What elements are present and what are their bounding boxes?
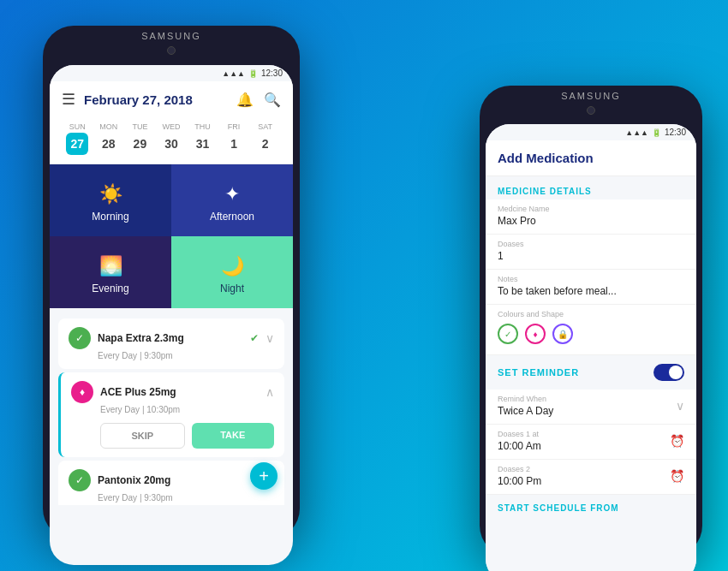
night-label: Night — [220, 283, 244, 294]
calendar-strip: SUN 27 MON 28 TUE 29 WED 30 THU 31 FRI 1 — [50, 117, 293, 164]
cal-day-num-mon: 28 — [98, 133, 120, 155]
notes-label: Notes — [498, 275, 684, 283]
medication-list: ✓ Napa Extra 2.3mg ✔ ∨ Every Day | 9:30p… — [50, 308, 293, 505]
search-icon[interactable]: 🔍 — [264, 92, 281, 108]
remind-when-value: Twice A Day — [498, 405, 676, 417]
notes-field[interactable]: Notes To be taken before meal... — [486, 270, 696, 305]
reminder-toggle[interactable] — [653, 364, 684, 381]
add-fab-button[interactable]: + — [250, 462, 277, 490]
colour-row: ✓ ♦ 🔒 — [498, 320, 684, 348]
signal-icon: ▲▲▲ — [222, 69, 245, 78]
colour-circle-pink[interactable]: ♦ — [525, 324, 546, 344]
phone2-samsung: SAMSUNG — [480, 86, 702, 103]
status-time-2: 12:30 — [665, 128, 686, 137]
start-schedule-label: START SCHEDULE FROM — [486, 495, 696, 518]
sunrise-icon: ☀️ — [99, 183, 122, 205]
doses2-field[interactable]: Doases 2 10:00 Pm ⏰ — [486, 460, 696, 495]
afternoon-label: Afternoon — [210, 211, 254, 223]
status-bar-1: ▲▲▲ 🔋 12:30 — [50, 65, 293, 81]
cal-day-num-fri: 1 — [223, 133, 245, 155]
alarm-icon-2[interactable]: ⏰ — [670, 469, 684, 483]
med-dot-2: ♦ — [71, 381, 93, 403]
cal-day-num-wed: 30 — [160, 133, 182, 155]
skip-button[interactable]: SKIP — [100, 423, 185, 449]
signal-icon-2: ▲▲▲ — [625, 128, 648, 137]
form-header: Add Medication — [486, 140, 696, 176]
colour-circle-purple[interactable]: 🔒 — [552, 324, 573, 344]
tod-morning[interactable]: ☀️ Morning — [50, 164, 171, 236]
remind-when-field[interactable]: Remind When Twice A Day ∨ — [486, 390, 696, 425]
cal-day-mon[interactable]: MON 28 — [98, 122, 120, 155]
phone-2: SAMSUNG ▲▲▲ 🔋 12:30 Add Medication MEDIC… — [480, 86, 702, 556]
med-chevron-1[interactable]: ∨ — [266, 331, 274, 345]
med-chevron-2[interactable]: ∧ — [266, 385, 274, 399]
cal-day-sat[interactable]: SAT 2 — [254, 122, 277, 155]
cal-day-name-thu: THU — [194, 122, 211, 131]
cal-day-num-sun: 27 — [66, 133, 88, 155]
phone-1: SAMSUNG ▲▲▲ 🔋 12:30 ☰ February 27, 2018 … — [43, 26, 300, 539]
sunset-icon: 🌅 — [99, 255, 122, 277]
set-reminder-label: SET REMINDER — [498, 367, 579, 378]
battery-icon: 🔋 — [248, 69, 258, 78]
notes-value: To be taken before meal... — [498, 285, 684, 297]
status-bar-2: ▲▲▲ 🔋 12:30 — [486, 124, 696, 140]
colour-circle-green[interactable]: ✓ — [498, 324, 518, 344]
cal-day-name-tue: TUE — [132, 122, 147, 131]
cal-day-num-sat: 2 — [254, 133, 277, 155]
section-medicine-details: MEDICINE DETAILS — [486, 176, 696, 199]
toggle-knob — [669, 366, 683, 379]
cal-day-name-fri: FRI — [228, 122, 241, 131]
set-reminder-row[interactable]: SET REMINDER — [486, 355, 696, 390]
remind-when-label: Remind When — [498, 395, 676, 403]
doses-value: 1 — [498, 250, 684, 262]
doses1-label: Doases 1 at — [498, 430, 670, 438]
header-date: February 27, 2018 — [84, 92, 228, 107]
tod-afternoon[interactable]: ✦ Afternoon — [171, 164, 293, 236]
doses1-field[interactable]: Doases 1 at 10:00 Am ⏰ — [486, 425, 696, 460]
cal-day-name-mon: MON — [99, 122, 117, 131]
take-button[interactable]: TAKE — [192, 423, 275, 449]
form-body: MEDICINE DETAILS Medcine Name Max Pro Do… — [486, 176, 696, 567]
remind-when-chevron[interactable]: ∨ — [676, 399, 684, 413]
doses2-value: 10:00 Pm — [498, 475, 670, 487]
tod-grid: ☀️ Morning ✦ Afternoon 🌅 Evening 🌙 Night — [50, 164, 293, 308]
med-name-2: ACE Plus 25mg — [100, 386, 259, 398]
cal-day-tue[interactable]: TUE 29 — [128, 122, 151, 155]
cal-day-name-sat: SAT — [258, 122, 272, 131]
phone1-samsung: SAMSUNG — [43, 26, 300, 43]
cal-day-num-thu: 31 — [192, 133, 214, 155]
morning-label: Morning — [92, 211, 128, 223]
tod-evening[interactable]: 🌅 Evening — [50, 236, 171, 308]
cal-day-num-tue: 29 — [128, 133, 151, 155]
colours-label: Colours and Shape — [498, 310, 684, 318]
doses2-label: Doases 2 — [498, 465, 670, 473]
med-check-1: ✔ — [250, 332, 259, 344]
cal-day-sun[interactable]: SUN 27 — [66, 122, 88, 155]
colours-field[interactable]: Colours and Shape ✓ ♦ 🔒 — [486, 305, 696, 355]
cal-day-thu[interactable]: THU 31 — [192, 122, 214, 155]
bell-icon[interactable]: 🔔 — [236, 92, 254, 108]
med-item-3: ✓ Pantonix 20mg ✔ ∨ Every Day | 9:30pm — [58, 461, 284, 505]
cal-day-name-wed: WED — [162, 122, 180, 131]
med-item-1: ✓ Napa Extra 2.3mg ✔ ∨ Every Day | 9:30p… — [58, 318, 284, 369]
med-time-2: Every Day | 10:30pm — [100, 405, 274, 414]
status-time-1: 12:30 — [261, 68, 283, 78]
alarm-icon-1[interactable]: ⏰ — [670, 434, 684, 448]
app-header: ☰ February 27, 2018 🔔 🔍 — [50, 81, 293, 117]
doses-field[interactable]: Doases 1 — [486, 235, 696, 270]
hamburger-icon[interactable]: ☰ — [62, 90, 75, 109]
med-name-3: Pantonix 20mg — [98, 474, 243, 486]
doses1-value: 10:00 Am — [498, 440, 670, 452]
sun-icon: ✦ — [224, 183, 240, 205]
med-item-2: ♦ ACE Plus 25mg ∧ Every Day | 10:30pm SK… — [58, 372, 284, 457]
cal-day-wed[interactable]: WED 30 — [160, 122, 182, 155]
medicine-name-field[interactable]: Medcine Name Max Pro — [486, 199, 696, 235]
camera-dot — [167, 46, 176, 55]
medicine-name-label: Medcine Name — [498, 205, 684, 213]
camera-dot-2 — [587, 106, 595, 115]
doses-label: Doases — [498, 240, 684, 248]
med-time-1: Every Day | 9:30pm — [98, 351, 274, 360]
med-name-1: Napa Extra 2.3mg — [98, 332, 243, 344]
cal-day-fri[interactable]: FRI 1 — [223, 122, 245, 155]
tod-night[interactable]: 🌙 Night — [171, 236, 293, 308]
